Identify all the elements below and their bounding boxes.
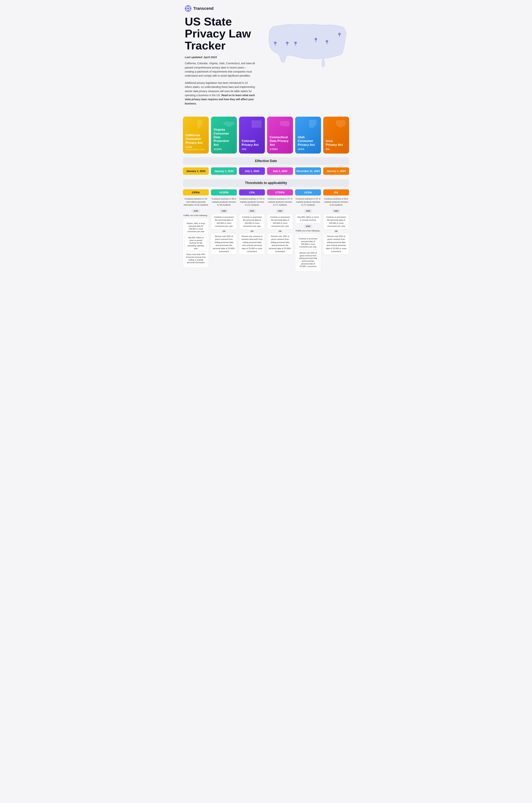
th-ctdpa-and: AND [276, 209, 284, 213]
svg-point-15 [339, 36, 340, 37]
th-cpa-item1: Controls or processes the personal data … [239, 214, 265, 229]
card-iowa: IowaPrivacy Act IPA [323, 117, 349, 154]
th-ucpa-box: Controls or processes personal data of 1… [295, 234, 321, 271]
ct-silhouette [278, 118, 291, 130]
card-ca-abbr2: *as amended by CPRA [186, 149, 205, 151]
th-ucpa-fulfills: Fulfills one of the following : [296, 229, 320, 232]
svg-point-17 [287, 45, 288, 46]
card-ut-abbr: UCPA [298, 148, 304, 151]
threshold-vcdpa: VCDPA Conducts business in VA or markets… [211, 189, 237, 255]
svg-point-11 [295, 45, 296, 46]
date-ct: July 1, 2023 [267, 167, 293, 175]
svg-point-19 [316, 41, 316, 42]
svg-point-5 [185, 8, 186, 9]
page: Transcend US State Privacy Law Tracker L… [177, 0, 355, 283]
dates-grid: January 1, 2023 January 1, 2023 July 1, … [183, 167, 349, 175]
th-vcdpa-header: VCDPA [211, 189, 237, 195]
svg-rect-20 [252, 120, 262, 128]
card-va-title: VirginiaConsumerData ProtectionAct [213, 128, 234, 147]
thresholds-label: Thresholds to applicability [183, 179, 349, 187]
th-ucpa-item1: Has $25 million or more in annual revenu… [295, 214, 321, 223]
th-ipa-intro: Conducts business in IA or markets produ… [323, 197, 349, 207]
thresholds-section: Thresholds to applicability CPRA Conduct… [177, 175, 355, 271]
threshold-cpa: CPA Conducts business in CO or markets p… [239, 189, 265, 255]
th-cpra-intro: Conducts business in CA and collects per… [183, 197, 209, 207]
card-ct-abbr: CTDPA [270, 148, 278, 151]
ut-silhouette [306, 118, 319, 130]
thresholds-grid: CPRA Conducts business in CA and collect… [183, 189, 349, 271]
effective-date-section: Effective Date January 1, 2023 January 1… [177, 154, 355, 175]
card-ca-title: CaliforniaConsumerPrivacy Act [186, 133, 203, 145]
card-virginia: VirginiaConsumerData ProtectionAct VCDPA [211, 117, 237, 154]
th-ipa-or: OR [335, 230, 338, 232]
svg-point-4 [188, 11, 189, 12]
state-cards-section: CaliforniaConsumerPrivacy Act CCPA *as a… [177, 111, 355, 154]
card-ia-title: IowaPrivacy Act [326, 139, 343, 147]
card-california: CaliforniaConsumerPrivacy Act CCPA *as a… [183, 117, 209, 154]
th-cpra-item2: Has $25 million or more in annual revenu… [185, 235, 207, 251]
th-cpra-box: Shares, sells, or buys personal data for… [183, 218, 209, 268]
th-ipa-item1: Controls or processes the personal data … [323, 214, 349, 229]
hero-section: US State Privacy Law Tracker Last update… [177, 16, 355, 111]
card-ut-title: Utah ConsumerPrivacy Act [298, 135, 319, 147]
page-title: US State Privacy Law Tracker [185, 16, 255, 52]
th-cpra-header: CPRA [183, 189, 209, 195]
ia-silhouette [334, 118, 347, 130]
th-ucpa-header: UCPA [295, 189, 321, 195]
hero-left: US State Privacy Law Tracker Last update… [185, 16, 255, 106]
card-ct-title: ConnecticutData Privacy Act [270, 135, 290, 147]
threshold-ctdpa: CTDPA Conducts business in CT or markets… [267, 189, 293, 255]
date-ut: December 31, 2023 [295, 167, 321, 175]
card-va-abbr: VCDPA [213, 148, 222, 151]
threshold-cpra: CPRA Conducts business in CA and collect… [183, 189, 209, 268]
svg-point-6 [190, 8, 191, 9]
date-ca: January 1, 2023 [183, 167, 209, 175]
threshold-ucpa: UCPA Conducts business in UT or markets … [295, 189, 321, 271]
th-cpa-and: AND [248, 209, 256, 213]
date-co: July 1, 2023 [239, 167, 265, 175]
th-cpa-intro: Conducts business in CO or markets produ… [239, 197, 265, 207]
us-map-svg [259, 16, 355, 75]
svg-point-9 [275, 45, 276, 46]
th-ipa-item2: Derives over 50% of gross revenue from s… [323, 233, 349, 255]
hero-desc2: Additional privacy legislation has been … [185, 81, 255, 106]
th-ctdpa-or: OR [279, 230, 282, 232]
th-ucpa-box-item1: Controls or processes personal data of 1… [297, 236, 319, 250]
th-cpa-header: CPA [239, 189, 265, 195]
th-cpra-item1: Shares, sells, or buys personal data for… [185, 221, 207, 234]
logo-area: Transcend [185, 5, 213, 12]
last-updated: Last updated: April 2023 [185, 56, 255, 59]
th-ucpa-and2: AND [304, 225, 312, 228]
co-silhouette [250, 118, 263, 130]
th-vcdpa-intro: Conducts business in VA or markets produ… [211, 197, 237, 207]
th-ipa-header: IPA [323, 189, 349, 195]
cards-grid: CaliforniaConsumerPrivacy Act CCPA *as a… [183, 117, 349, 154]
hero-desc1: California, Colorado, Virginia, Utah, Co… [185, 61, 255, 78]
threshold-ipa: IPA Conducts business in IA or markets p… [323, 189, 349, 255]
th-vcdpa-and: AND [220, 209, 228, 213]
card-connecticut: ConnecticutData Privacy Act CTDPA [267, 117, 293, 154]
date-va: January 1, 2023 [211, 167, 237, 175]
th-ctdpa-header: CTDPA [267, 189, 293, 195]
effective-date-label: Effective Date [183, 157, 349, 165]
transcend-logo-icon [185, 5, 191, 12]
card-co-abbr: CPA [242, 148, 246, 151]
card-colorado: ColoradoPrivacy Act CPA [239, 117, 265, 154]
svg-point-2 [187, 8, 189, 9]
th-cpra-fulfills: Fulfills one of the following : [183, 214, 208, 217]
date-ia: January 1, 2025 [323, 167, 349, 175]
header: Transcend [177, 0, 355, 16]
logo-text: Transcend [193, 6, 213, 11]
th-cpa-item2: Derives any revenue or receives discount… [239, 233, 265, 255]
th-ucpa-intro: Conducts business in UT or markets produ… [295, 197, 321, 207]
th-cpa-or: OR [250, 230, 254, 232]
card-utah: Utah ConsumerPrivacy Act UCPA [295, 117, 321, 154]
svg-point-3 [188, 5, 189, 6]
th-vcdpa-item2: Derives over 50% of gross revenue from s… [211, 233, 237, 255]
th-vcdpa-item1: Controls or processes the personal data … [211, 214, 237, 229]
ca-silhouette [194, 118, 207, 130]
th-cpra-item3: Earns more than 50% of annual revenue fr… [185, 252, 207, 265]
th-cpra-and1: AND [191, 209, 200, 213]
us-map [259, 16, 355, 75]
th-ipa-and: AND [332, 209, 341, 213]
